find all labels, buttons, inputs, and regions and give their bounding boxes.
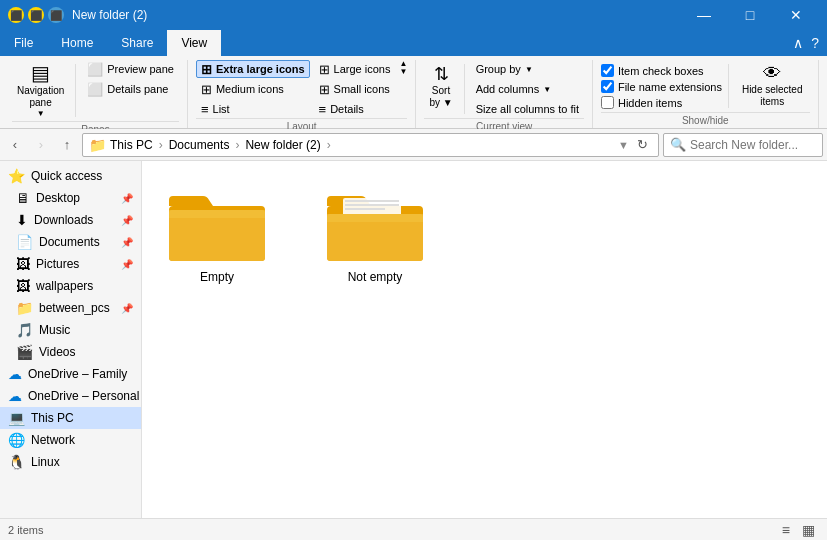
up-button[interactable]: ↑ (56, 134, 78, 156)
ribbon-content: ▤ Navigationpane ▼ ⬜ Preview pane ⬜ Deta… (0, 56, 827, 128)
preview-pane-button[interactable]: ⬜ Preview pane (82, 60, 179, 78)
file-name-extensions-row[interactable]: File name extensions (601, 80, 722, 93)
sidebar-item-this-pc[interactable]: 💻 This PC (0, 407, 141, 429)
hide-selected-button[interactable]: 👁 Hide selecteditems (735, 60, 810, 111)
sidebar-item-between-pcs[interactable]: 📁 between_pcs 📌 (0, 297, 141, 319)
size-all-columns-button[interactable]: Size all columns to fit (471, 100, 584, 118)
sidebar-label-pictures: Pictures (36, 257, 79, 271)
item-check-boxes-row[interactable]: Item check boxes (601, 64, 722, 77)
ribbon-group-layout: ⊞ Extra large icons ⊞ Medium icons ≡ Lis… (188, 60, 416, 128)
minimize-button[interactable]: — (681, 0, 727, 30)
downloads-icon: ⬇ (16, 212, 28, 228)
forward-button[interactable]: › (30, 134, 52, 156)
ribbon-collapse-icon[interactable]: ∧ (793, 35, 803, 51)
this-pc-icon: 💻 (8, 410, 25, 426)
nav-pane-label: Navigationpane (17, 85, 64, 109)
add-columns-button[interactable]: Add columns ▼ (471, 80, 584, 98)
small-label: Small icons (334, 83, 390, 95)
file-item-not-empty[interactable]: Not empty (316, 177, 434, 293)
maximize-button[interactable]: □ (727, 0, 773, 30)
sidebar-label-videos: Videos (39, 345, 75, 359)
sidebar-label-desktop: Desktop (36, 191, 80, 205)
sidebar-item-downloads[interactable]: ⬇ Downloads 📌 (0, 209, 141, 231)
sidebar-item-linux[interactable]: 🐧 Linux (0, 451, 141, 473)
large-label: Large icons (334, 63, 391, 75)
address-dropdown-arrow[interactable]: ▼ (618, 139, 629, 151)
ribbon-group-current-view: ⇅ Sortby ▼ Group by ▼ Add columns ▼ Size… (416, 60, 593, 128)
large-icons-button[interactable]: ⊞ Large icons (314, 60, 396, 78)
sidebar-item-quick-access[interactable]: ⭐ Quick access (0, 165, 141, 187)
sidebar-label-wallpapers: wallpapers (36, 279, 93, 293)
ribbon-group-show-hide: Item check boxes File name extensions Hi… (593, 60, 819, 128)
nav-pane-icon: ▤ (31, 63, 50, 83)
sidebar-item-network[interactable]: 🌐 Network (0, 429, 141, 451)
ribbon-help-icon[interactable]: ? (811, 35, 819, 51)
details-pane-label: Details pane (107, 83, 168, 95)
ribbon-group-options: ⚙ Options ▼ (819, 60, 828, 128)
layout-group-content: ⊞ Extra large icons ⊞ Medium icons ≡ Lis… (196, 60, 407, 118)
sidebar-item-desktop[interactable]: 🖥 Desktop 📌 (0, 187, 141, 209)
tab-view[interactable]: View (167, 30, 221, 56)
group-by-button[interactable]: Group by ▼ (471, 60, 584, 78)
sidebar-item-videos[interactable]: 🎬 Videos (0, 341, 141, 363)
address-part-0: This PC (110, 138, 153, 152)
sort-by-button[interactable]: ⇅ Sortby ▼ (424, 60, 457, 112)
sidebar-item-pictures[interactable]: 🖼 Pictures 📌 (0, 253, 141, 275)
small-icon: ⊞ (319, 82, 330, 97)
wallpapers-icon: 🖼 (16, 278, 30, 294)
hidden-items-label: Hidden items (618, 97, 682, 109)
list-view-button[interactable]: ≡ (778, 520, 794, 540)
onedrive-personal-icon: ☁ (8, 388, 22, 404)
navigation-pane-button[interactable]: ▤ Navigationpane ▼ (12, 60, 69, 121)
show-hide-divider (728, 64, 729, 108)
details-view-button[interactable]: ≡ Details (314, 100, 396, 118)
layout-scroll-down[interactable]: ▼ (399, 68, 407, 76)
list-label: List (213, 103, 230, 115)
quick-access-icon: ⭐ (8, 168, 25, 184)
sidebar-item-music[interactable]: 🎵 Music (0, 319, 141, 341)
sidebar-label-onedrive-personal: OneDrive – Personal (28, 389, 139, 403)
extra-large-label: Extra large icons (216, 63, 305, 75)
title-icon-1: ⬛ (8, 7, 24, 23)
sidebar-item-wallpapers[interactable]: 🖼 wallpapers (0, 275, 141, 297)
tab-home[interactable]: Home (47, 30, 107, 56)
sidebar-label-downloads: Downloads (34, 213, 93, 227)
file-item-empty[interactable]: Empty (158, 177, 276, 293)
medium-icons-button[interactable]: ⊞ Medium icons (196, 80, 310, 98)
address-bar[interactable]: 📁 This PC › Documents › New folder (2) ›… (82, 133, 659, 157)
tab-file[interactable]: File (0, 30, 47, 56)
extra-large-icons-button[interactable]: ⊞ Extra large icons (196, 60, 310, 78)
details-pane-button[interactable]: ⬜ Details pane (82, 80, 179, 98)
layout-col1: ⊞ Extra large icons ⊞ Medium icons ≡ Lis… (196, 60, 310, 118)
close-button[interactable]: ✕ (773, 0, 819, 30)
sidebar-item-onedrive-personal[interactable]: ☁ OneDrive – Personal (0, 385, 141, 407)
file-name-extensions-label: File name extensions (618, 81, 722, 93)
details-label: Details (330, 103, 364, 115)
title-controls: — □ ✕ (681, 0, 819, 30)
desktop-icon: 🖥 (16, 190, 30, 206)
hide-selected-label: Hide selecteditems (742, 84, 803, 108)
svg-rect-6 (345, 204, 399, 206)
address-sep-0: › (159, 138, 163, 152)
refresh-button[interactable]: ↻ (633, 135, 652, 154)
hidden-items-checkbox[interactable] (601, 96, 614, 109)
sidebar-item-onedrive-family[interactable]: ☁ OneDrive – Family (0, 363, 141, 385)
sidebar-label-quick-access: Quick access (31, 169, 102, 183)
small-icons-button[interactable]: ⊞ Small icons (314, 80, 396, 98)
details-view-status-button[interactable]: ▦ (798, 520, 819, 540)
search-bar[interactable]: 🔍 (663, 133, 823, 157)
file-name-extensions-checkbox[interactable] (601, 80, 614, 93)
list-icon: ≡ (201, 102, 209, 117)
list-button[interactable]: ≡ List (196, 100, 310, 118)
search-input[interactable] (690, 138, 816, 152)
add-columns-arrow: ▼ (543, 85, 551, 94)
hidden-items-row[interactable]: Hidden items (601, 96, 722, 109)
back-button[interactable]: ‹ (4, 134, 26, 156)
not-empty-folder-icon (325, 186, 425, 266)
sidebar-item-documents[interactable]: 📄 Documents 📌 (0, 231, 141, 253)
svg-rect-7 (345, 208, 385, 210)
empty-folder-icon (167, 186, 267, 266)
item-check-boxes-checkbox[interactable] (601, 64, 614, 77)
tab-share[interactable]: Share (107, 30, 167, 56)
sidebar-label-linux: Linux (31, 455, 60, 469)
